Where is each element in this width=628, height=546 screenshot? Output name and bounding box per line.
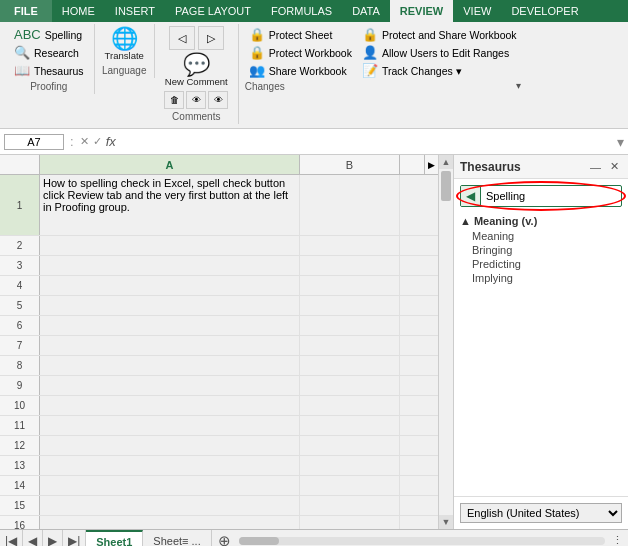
cell-b2[interactable] — [300, 236, 400, 255]
tab-data[interactable]: DATA — [342, 0, 390, 22]
cell-a7[interactable] — [40, 336, 300, 355]
cell-b16[interactable] — [300, 516, 400, 529]
tab-file[interactable]: FILE — [0, 0, 52, 22]
translate-button[interactable]: 🌐 Translate — [101, 26, 148, 63]
thesaurus-button[interactable]: 📖 Thesaurus — [10, 62, 88, 79]
tab-formulas[interactable]: FORMULAS — [261, 0, 342, 22]
track-changes-button[interactable]: 📝 Track Changes ▾ — [358, 62, 521, 79]
cell-b12[interactable] — [300, 436, 400, 455]
cell-b4[interactable] — [300, 276, 400, 295]
thesaurus-item-predicting[interactable]: Predicting — [460, 257, 622, 271]
cell-b7[interactable] — [300, 336, 400, 355]
cell-b13[interactable] — [300, 456, 400, 475]
show-all-comments-btn[interactable]: 👁 — [208, 91, 228, 109]
formula-input[interactable] — [120, 136, 613, 148]
cell-b1[interactable] — [300, 175, 400, 235]
protect-sheet-button[interactable]: 🔒 Protect Sheet — [245, 26, 356, 43]
cell-a5[interactable] — [40, 296, 300, 315]
cell-b10[interactable] — [300, 396, 400, 415]
thesaurus-search-input[interactable] — [481, 187, 622, 205]
research-button[interactable]: 🔍 Research — [10, 44, 88, 61]
tab-home[interactable]: HOME — [52, 0, 105, 22]
cell-a10[interactable] — [40, 396, 300, 415]
cell-a15[interactable] — [40, 496, 300, 515]
cell-a12[interactable] — [40, 436, 300, 455]
thesaurus-item-meaning[interactable]: Meaning — [460, 229, 622, 243]
thesaurus-language-select[interactable]: English (United States) — [460, 503, 622, 523]
show-hide-comment-btn[interactable]: 👁 — [186, 91, 206, 109]
tab-page-layout[interactable]: PAGE LAYOUT — [165, 0, 261, 22]
cell-b5[interactable] — [300, 296, 400, 315]
cell-b6[interactable] — [300, 316, 400, 335]
protect-share-workbook-button[interactable]: 🔒 Protect and Share Workbook — [358, 26, 521, 43]
protect-workbook-button[interactable]: 🔒 Protect Workbook — [245, 44, 356, 61]
cell-a1[interactable]: How to spelling check in Excel, spell ch… — [40, 175, 300, 235]
sheet-nav-last[interactable]: ▶| — [63, 530, 86, 546]
cell-b8[interactable] — [300, 356, 400, 375]
h-scroll-track[interactable] — [239, 537, 605, 545]
h-scroll-thumb[interactable] — [239, 537, 279, 545]
sheet-nav-first[interactable]: |◀ — [0, 530, 23, 546]
thesaurus-item-implying[interactable]: Implying — [460, 271, 622, 285]
select-all-button[interactable] — [0, 155, 40, 174]
changes-group-expand[interactable]: ▾ — [516, 80, 521, 91]
prev-comment-btn[interactable]: ◁ — [169, 26, 195, 50]
cell-b3[interactable] — [300, 256, 400, 275]
cell-b14[interactable] — [300, 476, 400, 495]
cell-a11[interactable] — [40, 416, 300, 435]
main-area: A B ▶ 1 How to spelling check in Excel, … — [0, 155, 628, 529]
add-sheet-button[interactable]: ⊕ — [212, 532, 237, 547]
thesaurus-item-bringing[interactable]: Bringing — [460, 243, 622, 257]
spelling-icon: ABC — [14, 27, 41, 42]
tab-developer[interactable]: DEVELOPER — [501, 0, 588, 22]
scroll-track[interactable] — [439, 169, 453, 515]
sheet-nav-prev[interactable]: ◀ — [23, 530, 43, 546]
cell-a6[interactable] — [40, 316, 300, 335]
cell-a16[interactable] — [40, 516, 300, 529]
formula-bar-expand-icon[interactable]: ▾ — [617, 134, 624, 150]
cell-a2[interactable] — [40, 236, 300, 255]
thesaurus-minimize-button[interactable]: — — [587, 160, 604, 174]
spreadsheet: A B ▶ 1 How to spelling check in Excel, … — [0, 155, 439, 529]
allow-users-button[interactable]: 👤 Allow Users to Edit Ranges — [358, 44, 521, 61]
cell-a8[interactable] — [40, 356, 300, 375]
share-workbook-button[interactable]: 👥 Share Workbook — [245, 62, 356, 79]
tab-insert[interactable]: INSERT — [105, 0, 165, 22]
sheet-tab-sheet3[interactable]: Sheet≡ ... — [143, 530, 211, 546]
spelling-button[interactable]: ABC Spelling — [10, 26, 88, 43]
sheet-nav-next[interactable]: ▶ — [43, 530, 63, 546]
sheet-tabs-bar: |◀ ◀ ▶ ▶| Sheet1 Sheet≡ ... ⊕ ⋮ — [0, 529, 628, 546]
sheet-tab-sheet1[interactable]: Sheet1 — [86, 530, 143, 546]
scroll-thumb[interactable] — [441, 171, 451, 201]
col-header-a[interactable]: A — [40, 155, 300, 174]
cell-a3[interactable] — [40, 256, 300, 275]
protect-workbook-label: Protect Workbook — [269, 47, 352, 59]
cell-a14[interactable] — [40, 476, 300, 495]
column-headers: A B ▶ — [0, 155, 438, 175]
cell-a4[interactable] — [40, 276, 300, 295]
cancel-formula-icon[interactable]: ✕ — [80, 135, 89, 148]
thesaurus-close-button[interactable]: ✕ — [607, 159, 622, 174]
next-comment-btn[interactable]: ▷ — [198, 26, 224, 50]
scroll-up-button[interactable]: ▲ — [439, 155, 453, 169]
delete-comment-btn[interactable]: 🗑 — [164, 91, 184, 109]
cell-b15[interactable] — [300, 496, 400, 515]
new-comment-button[interactable]: 💬 New Comment — [161, 52, 232, 89]
sheet-options-button[interactable]: ⋮ — [607, 534, 628, 546]
cell-a13[interactable] — [40, 456, 300, 475]
confirm-formula-icon[interactable]: ✓ — [93, 135, 102, 148]
thesaurus-back-button[interactable]: ◀ — [461, 186, 481, 206]
cell-a9[interactable] — [40, 376, 300, 395]
horizontal-scrollbar[interactable] — [237, 537, 607, 545]
col-header-b[interactable]: B — [300, 155, 400, 174]
name-box[interactable] — [4, 134, 64, 150]
cell-b11[interactable] — [300, 416, 400, 435]
vertical-scrollbar[interactable]: ▲ ▼ — [439, 155, 453, 529]
table-row: 11 — [0, 416, 438, 436]
scroll-down-button[interactable]: ▼ — [439, 515, 453, 529]
tab-view[interactable]: VIEW — [453, 0, 501, 22]
cell-b9[interactable] — [300, 376, 400, 395]
col-scroll-right[interactable]: ▶ — [424, 155, 438, 174]
tab-review[interactable]: REVIEW — [390, 0, 453, 22]
row-num-1: 1 — [0, 175, 40, 235]
